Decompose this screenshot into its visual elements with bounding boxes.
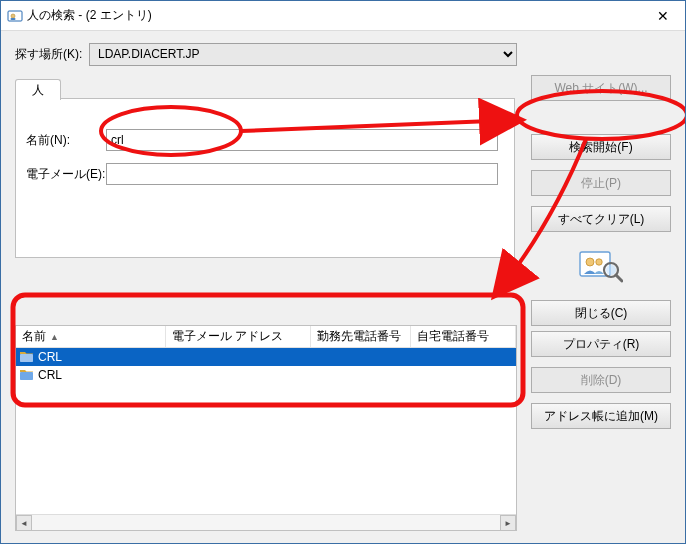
col-email[interactable]: 電子メール アドレス	[166, 326, 311, 347]
col-name[interactable]: 名前▲	[16, 326, 166, 347]
folder-icon	[20, 369, 34, 381]
svg-point-4	[586, 258, 594, 266]
result-row[interactable]: CRL	[16, 366, 516, 384]
close-button[interactable]: ✕	[640, 1, 685, 30]
svg-line-8	[616, 275, 622, 281]
content-area: 探す場所(K): LDAP.DIACERT.JP 人 名前(N): 電子メール(…	[1, 31, 685, 543]
email-input[interactable]	[106, 163, 498, 185]
delete-button: 削除(D)	[531, 367, 671, 393]
result-row[interactable]: CRL	[16, 348, 516, 366]
email-label: 電子メール(E):	[16, 166, 106, 183]
col-bus-phone[interactable]: 勤務先電話番号	[311, 326, 411, 347]
h-scrollbar[interactable]: ◄ ►	[16, 514, 516, 530]
col-home-phone[interactable]: 自宅電話番号	[411, 326, 516, 347]
find-button[interactable]: 検索開始(F)	[531, 134, 671, 160]
svg-rect-9	[20, 354, 33, 362]
close-button-2[interactable]: 閉じる(C)	[531, 300, 671, 326]
add-to-addressbook-button[interactable]: アドレス帳に追加(M)	[531, 403, 671, 429]
find-people-window: 人の検索 - (2 エントリ) ✕ 探す場所(K): LDAP.DIACERT.…	[0, 0, 686, 544]
lookin-label: 探す場所(K):	[15, 46, 89, 63]
results-list: 名前▲ 電子メール アドレス 勤務先電話番号 自宅電話番号 CRL	[15, 325, 517, 531]
lookin-select[interactable]: LDAP.DIACERT.JP	[89, 43, 517, 66]
stop-button: 停止(P)	[531, 170, 671, 196]
folder-icon	[20, 351, 34, 363]
sort-asc-icon: ▲	[50, 332, 59, 342]
results-header: 名前▲ 電子メール アドレス 勤務先電話番号 自宅電話番号	[16, 326, 516, 348]
clear-button[interactable]: すべてクリア(L)	[531, 206, 671, 232]
people-panel: 名前(N): 電子メール(E):	[15, 98, 515, 258]
scroll-left-icon[interactable]: ◄	[16, 515, 32, 531]
svg-point-1	[11, 14, 15, 18]
people-search-icon	[577, 246, 625, 286]
svg-rect-2	[11, 18, 16, 20]
titlebar: 人の検索 - (2 エントリ) ✕	[1, 1, 685, 31]
app-icon	[7, 8, 23, 24]
name-label: 名前(N):	[16, 132, 106, 149]
tab-people[interactable]: 人	[15, 79, 61, 100]
svg-rect-10	[20, 372, 33, 380]
window-title: 人の検索 - (2 エントリ)	[27, 7, 640, 24]
buttons-upper: Web サイト(W)... 検索開始(F) 停止(P) すべてクリア(L) 閉じ…	[531, 75, 671, 336]
result-name: CRL	[38, 368, 62, 382]
properties-button[interactable]: プロパティ(R)	[531, 331, 671, 357]
svg-point-5	[596, 259, 602, 265]
scroll-right-icon[interactable]: ►	[500, 515, 516, 531]
website-button: Web サイト(W)...	[531, 75, 671, 101]
buttons-lower: プロパティ(R) 削除(D) アドレス帳に追加(M)	[531, 331, 671, 439]
result-name: CRL	[38, 350, 62, 364]
name-input[interactable]	[106, 129, 498, 151]
svg-point-7	[606, 265, 616, 275]
results-body[interactable]: CRL CRL	[16, 348, 516, 514]
